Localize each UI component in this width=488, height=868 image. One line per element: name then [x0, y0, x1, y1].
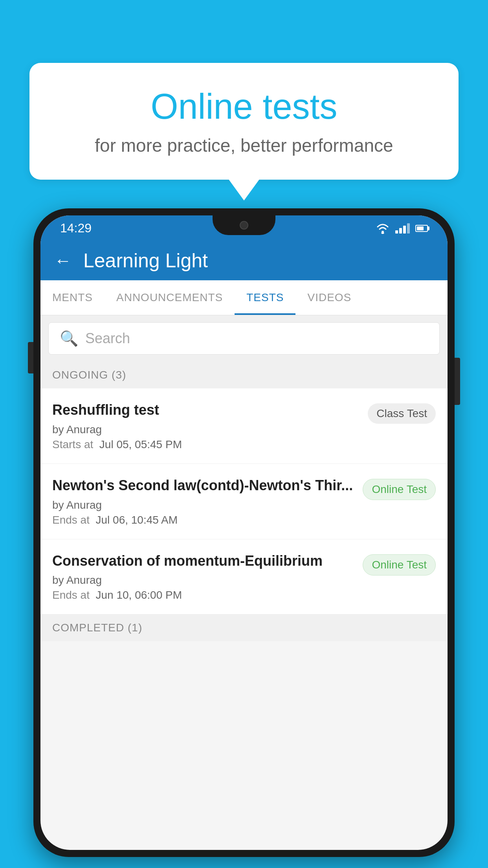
tab-videos[interactable]: VIDEOS: [295, 280, 363, 315]
tab-ments[interactable]: MENTS: [40, 280, 105, 315]
test-author: by Anurag: [52, 423, 360, 436]
test-time: Starts at Jul 05, 05:45 PM: [52, 438, 360, 451]
speech-bubble-container: Online tests for more practice, better p…: [29, 63, 459, 200]
speech-bubble-arrow: [228, 179, 260, 200]
test-item[interactable]: Reshuffling test by Anurag Starts at Jul…: [40, 388, 448, 464]
tab-tests[interactable]: TESTS: [235, 280, 295, 315]
test-list: Reshuffling test by Anurag Starts at Jul…: [40, 388, 448, 614]
battery-icon: [415, 225, 428, 232]
status-bar: 14:29: [40, 215, 448, 241]
test-name: Conservation of momentum-Equilibrium: [52, 552, 355, 570]
test-author: by Anurag: [52, 499, 355, 511]
time-label: Ends at: [52, 514, 90, 526]
speech-bubble: Online tests for more practice, better p…: [29, 63, 459, 180]
search-icon: 🔍: [60, 330, 78, 347]
back-button[interactable]: ←: [54, 251, 72, 270]
completed-label: COMPLETED (1): [52, 622, 142, 634]
wifi-icon: [376, 223, 390, 234]
status-time: 14:29: [60, 221, 92, 235]
test-info: Newton's Second law(contd)-Newton's Thir…: [52, 476, 363, 526]
speech-bubble-title: Online tests: [61, 86, 427, 127]
tabs-container: MENTS ANNOUNCEMENTS TESTS VIDEOS: [40, 280, 448, 315]
status-icons: [376, 223, 428, 234]
test-name: Newton's Second law(contd)-Newton's Thir…: [52, 476, 355, 495]
phone-container: 14:29: [33, 208, 455, 857]
signal-icon: [395, 223, 410, 234]
speech-bubble-subtitle: for more practice, better performance: [61, 135, 427, 156]
notch-camera: [240, 221, 248, 230]
test-item[interactable]: Newton's Second law(contd)-Newton's Thir…: [40, 464, 448, 539]
test-time: Ends at Jul 06, 10:45 AM: [52, 514, 355, 526]
test-info: Conservation of momentum-Equilibrium by …: [52, 552, 363, 602]
time-value: Jun 10, 06:00 PM: [96, 589, 182, 601]
search-box[interactable]: 🔍 Search: [48, 322, 440, 355]
badge-online-test: Online Test: [363, 554, 436, 576]
phone-frame: 14:29: [33, 208, 455, 857]
test-name: Reshuffling test: [52, 401, 360, 419]
test-item[interactable]: Conservation of momentum-Equilibrium by …: [40, 539, 448, 615]
app-header: ← Learning Light: [40, 241, 448, 280]
badge-online-test: Online Test: [363, 479, 436, 500]
search-container: 🔍 Search: [40, 315, 448, 362]
search-input[interactable]: Search: [85, 330, 130, 347]
test-info: Reshuffling test by Anurag Starts at Jul…: [52, 401, 368, 451]
app-title: Learning Light: [83, 249, 208, 272]
phone-screen: 14:29: [40, 215, 448, 850]
tab-announcements[interactable]: ANNOUNCEMENTS: [105, 280, 235, 315]
time-label: Ends at: [52, 589, 90, 601]
section-ongoing-header: ONGOING (3): [40, 362, 448, 388]
svg-point-0: [382, 231, 384, 233]
time-value: Jul 05, 05:45 PM: [99, 438, 182, 451]
test-author: by Anurag: [52, 574, 355, 587]
badge-class-test: Class Test: [368, 403, 436, 424]
notch: [213, 215, 275, 235]
test-time: Ends at Jun 10, 06:00 PM: [52, 589, 355, 601]
section-completed-header: COMPLETED (1): [40, 614, 448, 641]
time-label: Starts at: [52, 438, 93, 451]
ongoing-label: ONGOING (3): [52, 369, 126, 381]
time-value: Jul 06, 10:45 AM: [96, 514, 178, 526]
